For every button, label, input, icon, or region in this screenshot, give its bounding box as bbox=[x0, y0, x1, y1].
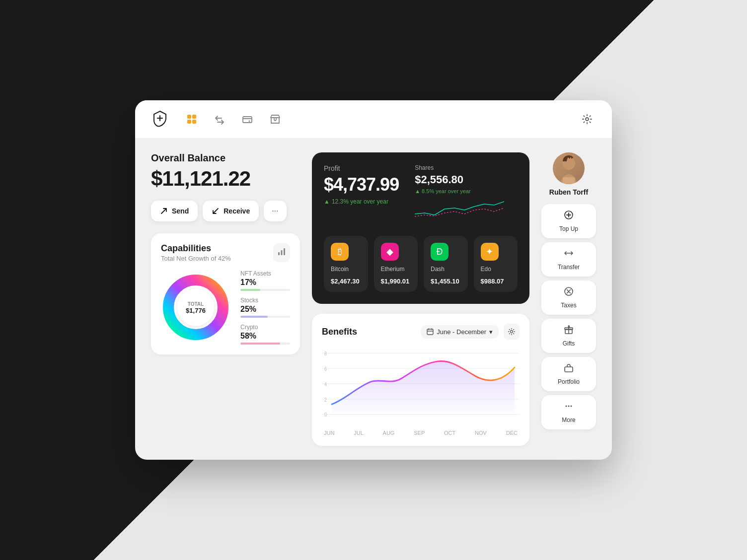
svg-rect-7 bbox=[278, 252, 280, 255]
profit-amount: $4,737.99 bbox=[324, 174, 399, 195]
svg-point-33 bbox=[571, 406, 572, 407]
legend-nft: NFT Assets 17% bbox=[240, 270, 290, 291]
benefits-settings-button[interactable] bbox=[504, 324, 520, 340]
svg-text:0: 0 bbox=[324, 412, 327, 418]
cap-chart-button[interactable] bbox=[273, 243, 290, 262]
benefits-card: Benefits June - December ▾ bbox=[312, 314, 529, 446]
nav-icons bbox=[183, 110, 564, 128]
svg-point-6 bbox=[586, 118, 589, 121]
balance-label: Overall Balance bbox=[151, 152, 300, 164]
svg-rect-25 bbox=[563, 177, 575, 184]
svg-point-5 bbox=[249, 121, 250, 122]
legend-crypto: Crypto 58% bbox=[240, 324, 290, 345]
benefits-chart: 8 6 4 2 0 bbox=[322, 348, 520, 427]
crypto-edo[interactable]: ✦ Edo $988.07 bbox=[474, 236, 518, 292]
crypto-ethereum[interactable]: ◆ Etherium $1,990.01 bbox=[374, 236, 418, 292]
nav-wallet[interactable] bbox=[238, 110, 256, 128]
edo-icon: ✦ bbox=[481, 243, 499, 261]
crypto-bitcoin[interactable]: ₿ Bitcoin $2,467.30 bbox=[324, 236, 368, 292]
donut-chart: TOTAL $1,776 bbox=[161, 273, 230, 342]
svg-point-32 bbox=[568, 406, 570, 407]
svg-rect-1 bbox=[192, 115, 196, 119]
svg-rect-3 bbox=[192, 120, 196, 124]
benefits-title: Benefits bbox=[322, 327, 357, 337]
cap-header: Capabilities Total Net Growth of 42% bbox=[161, 243, 290, 262]
main-content: Overall Balance $11,121.22 Send Receive bbox=[135, 139, 612, 460]
svg-text:8: 8 bbox=[324, 350, 327, 356]
svg-rect-9 bbox=[284, 248, 285, 255]
balance-section: Overall Balance $11,121.22 Send Receive bbox=[151, 152, 300, 221]
legend-stocks: Stocks 25% bbox=[240, 297, 290, 318]
profit-card: Profit $4,737.99 ▲12.3% year over year S… bbox=[312, 152, 529, 304]
svg-rect-0 bbox=[187, 115, 191, 119]
transfer-button[interactable]: Transfer bbox=[541, 242, 596, 277]
more-button[interactable]: ··· bbox=[264, 201, 286, 221]
crypto-dash[interactable]: Ð Dash $1,455.10 bbox=[424, 236, 468, 292]
svg-text:2: 2 bbox=[324, 397, 327, 403]
avatar bbox=[553, 152, 585, 184]
donut-container: TOTAL $1,776 NFT Assets 17% Stocks 25% bbox=[161, 270, 290, 345]
svg-rect-2 bbox=[187, 120, 191, 124]
benefits-controls: June - December ▾ bbox=[421, 324, 520, 340]
donut-center: TOTAL $1,776 bbox=[177, 289, 215, 326]
header-right bbox=[578, 110, 596, 128]
crypto-row: ₿ Bitcoin $2,467.30 ◆ Etherium $1,990.01… bbox=[324, 236, 518, 292]
logo bbox=[151, 109, 169, 129]
header bbox=[135, 100, 612, 139]
shares-amount: $2,556.80 bbox=[415, 173, 504, 186]
more-side-button[interactable]: More bbox=[541, 395, 596, 429]
settings-button[interactable] bbox=[578, 110, 596, 128]
svg-rect-4 bbox=[243, 117, 252, 123]
app-card: Overall Balance $11,121.22 Send Receive bbox=[135, 100, 612, 460]
svg-text:4: 4 bbox=[324, 381, 327, 387]
svg-rect-12 bbox=[427, 329, 433, 335]
cap-subtitle: Total Net Growth of 42% bbox=[161, 255, 231, 262]
send-button[interactable]: Send bbox=[151, 201, 198, 221]
capabilities-section: Capabilities Total Net Growth of 42% bbox=[151, 233, 300, 354]
svg-point-13 bbox=[511, 331, 513, 333]
top-up-button[interactable]: Top Up bbox=[541, 204, 596, 238]
balance-amount: $11,121.22 bbox=[151, 167, 300, 191]
cap-title: Capabilities bbox=[161, 243, 231, 254]
nav-shop[interactable] bbox=[266, 110, 284, 128]
center-panel: Profit $4,737.99 ▲12.3% year over year S… bbox=[312, 152, 529, 446]
right-panel: Ruben Torff Top Up Transfer bbox=[541, 152, 596, 446]
bitcoin-icon: ₿ bbox=[331, 243, 349, 261]
legend: NFT Assets 17% Stocks 25% Crypto 58% bbox=[240, 270, 290, 345]
nav-transfer[interactable] bbox=[211, 110, 228, 128]
profile-name: Ruben Torff bbox=[549, 188, 588, 196]
benefits-header: Benefits June - December ▾ bbox=[322, 324, 520, 340]
action-buttons: Send Receive ··· bbox=[151, 201, 300, 221]
taxes-button[interactable]: Taxes bbox=[541, 280, 596, 315]
gifts-button[interactable]: Gifts bbox=[541, 319, 596, 353]
left-panel: Overall Balance $11,121.22 Send Receive bbox=[151, 152, 300, 446]
profit-growth: ▲12.3% year over year bbox=[324, 198, 399, 205]
svg-point-31 bbox=[566, 406, 567, 407]
svg-text:6: 6 bbox=[324, 366, 327, 372]
ethereum-icon: ◆ bbox=[381, 243, 399, 261]
dash-icon: Ð bbox=[431, 243, 448, 261]
profile-section: Ruben Torff bbox=[549, 152, 588, 196]
mini-chart bbox=[415, 194, 504, 224]
shares-growth: ▲ 8.5% year over year bbox=[415, 188, 504, 194]
portfolio-button[interactable]: Portfolio bbox=[541, 357, 596, 391]
shares-label: Shares bbox=[415, 164, 504, 171]
chart-x-labels: JUN JUL AUG SEP OCT NOV DEC bbox=[322, 430, 520, 436]
date-range-button[interactable]: June - December ▾ bbox=[421, 325, 499, 339]
receive-button[interactable]: Receive bbox=[203, 201, 259, 221]
nav-dashboard[interactable] bbox=[183, 110, 201, 128]
svg-rect-8 bbox=[281, 250, 283, 255]
svg-rect-30 bbox=[565, 367, 573, 372]
profit-label: Profit bbox=[324, 164, 399, 172]
